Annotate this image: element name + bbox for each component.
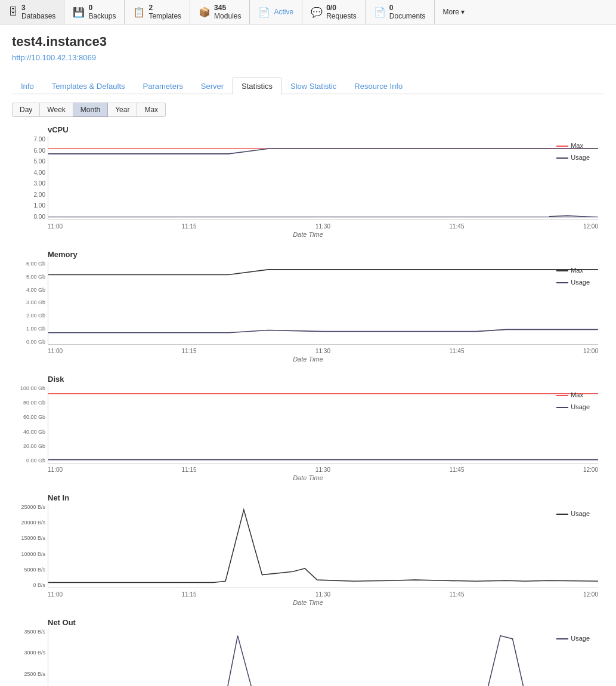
instance-link[interactable]: http://10.100.42.13:8069: [12, 53, 96, 62]
netin-svg: [48, 505, 598, 588]
netin-legend: Usage: [556, 508, 590, 520]
templates-icon: 📋: [133, 7, 145, 18]
vcpu-chart-wrapper: 7.00 6.00 5.00 4.00 3.00 2.00 1.00 0.00: [12, 137, 604, 238]
databases-label: Databases: [21, 12, 55, 20]
nav-templates[interactable]: 📋 2 Templates: [125, 0, 190, 24]
netout-chart-title: Net Out: [12, 618, 604, 627]
tab-server[interactable]: Server: [192, 78, 233, 94]
vcpu-max-color: [556, 146, 568, 147]
memory-x-axis: 11:00 11:15 11:30 11:45 12:00: [48, 348, 598, 354]
disk-max-label: Max: [571, 390, 583, 401]
netout-chart-wrapper: 3500 B/s 3000 B/s 2500 B/s 2000 B/s 1500…: [12, 629, 604, 686]
memory-x-label: Date Time: [12, 356, 604, 363]
netin-x-label: Date Time: [12, 599, 604, 606]
nav-backups[interactable]: 💾 0 Backups: [64, 0, 125, 24]
vcpu-usage-color: [556, 157, 568, 159]
documents-count: 0: [389, 4, 426, 12]
requests-label: Requests: [326, 12, 357, 20]
modules-label: Modules: [214, 12, 241, 20]
database-icon: 🗄: [8, 7, 18, 17]
disk-chart-area: Max Usage: [48, 386, 598, 463]
vcpu-svg: [48, 137, 598, 220]
netin-chart-area: Usage: [48, 505, 598, 588]
time-range-selector: Day Week Month Year Max: [12, 103, 604, 117]
disk-chart-wrapper: 100.00 Gb 80.00 Gb 60.00 Gb 40.00 Gb 20.…: [12, 386, 604, 481]
time-btn-max[interactable]: Max: [137, 103, 166, 117]
netout-chart-section: Net Out 3500 B/s 3000 B/s 2500 B/s 2000 …: [12, 618, 604, 686]
memory-chart-area: Max Usage: [48, 261, 598, 345]
tabs-bar: Info Templates & Defaults Parameters Ser…: [12, 78, 604, 94]
nav-databases[interactable]: 🗄 3 Databases: [0, 0, 64, 24]
netin-x-axis: 11:00 11:15 11:30 11:45 12:00: [48, 591, 598, 598]
memory-legend: Max Usage: [556, 265, 590, 289]
disk-max-color: [556, 395, 568, 396]
netout-usage-color: [556, 638, 568, 639]
vcpu-chart-title: vCPU: [12, 125, 604, 134]
tab-templates-defaults[interactable]: Templates & Defaults: [43, 78, 134, 94]
memory-chart-wrapper: 6.00 Gb 5.00 Gb 4.00 Gb 3.00 Gb 2.00 Gb …: [12, 261, 604, 363]
top-navigation: 🗄 3 Databases 💾 0 Backups 📋 2 Templates …: [0, 0, 616, 24]
disk-legend: Max Usage: [556, 390, 590, 413]
memory-usage-color: [556, 282, 568, 283]
time-btn-week[interactable]: Week: [40, 103, 73, 117]
templates-label: Templates: [148, 12, 181, 20]
templates-count: 2: [148, 4, 181, 12]
disk-chart-section: Disk 100.00 Gb 80.00 Gb 60.00 Gb 40.00 G…: [12, 375, 604, 481]
memory-y-axis: 6.00 Gb 5.00 Gb 4.00 Gb 3.00 Gb 2.00 Gb …: [12, 261, 48, 345]
documents-icon: 📄: [374, 7, 386, 18]
time-btn-month[interactable]: Month: [73, 103, 108, 117]
memory-max-label: Max: [571, 265, 583, 277]
memory-chart-section: Memory 6.00 Gb 5.00 Gb 4.00 Gb 3.00 Gb 2…: [12, 250, 604, 363]
netout-y-axis: 3500 B/s 3000 B/s 2500 B/s 2000 B/s 1500…: [12, 629, 48, 686]
netin-y-axis: 25000 B/s 20000 B/s 15000 B/s 10000 B/s …: [12, 505, 48, 588]
disk-usage-label: Usage: [571, 401, 590, 413]
time-btn-year[interactable]: Year: [108, 103, 137, 117]
tab-info[interactable]: Info: [12, 78, 43, 94]
netout-legend: Usage: [556, 633, 590, 645]
netin-usage-color: [556, 514, 568, 515]
netin-chart-title: Net In: [12, 493, 604, 502]
tab-parameters[interactable]: Parameters: [134, 78, 192, 94]
vcpu-legend: Max Usage: [556, 140, 590, 164]
disk-y-axis: 100.00 Gb 80.00 Gb 60.00 Gb 40.00 Gb 20.…: [12, 386, 48, 463]
vcpu-x-axis: 11:00 11:15 11:30 11:45 12:00: [48, 223, 598, 230]
memory-chart-title: Memory: [12, 250, 604, 259]
page-content: test4.instance3 http://10.100.42.13:8069…: [0, 24, 616, 686]
memory-max-color: [556, 270, 568, 271]
requests-icon: 💬: [311, 7, 323, 18]
disk-x-label: Date Time: [12, 474, 604, 481]
active-icon: 📄: [258, 7, 270, 18]
netin-usage-label: Usage: [571, 508, 590, 520]
vcpu-max-label: Max: [571, 140, 583, 152]
time-btn-day[interactable]: Day: [12, 103, 40, 117]
netout-svg: [48, 629, 598, 686]
nav-active[interactable]: 📄 Active: [250, 0, 302, 24]
netout-usage-label: Usage: [571, 633, 590, 645]
netin-chart-wrapper: 25000 B/s 20000 B/s 15000 B/s 10000 B/s …: [12, 505, 604, 606]
vcpu-chart-section: vCPU 7.00 6.00 5.00 4.00 3.00 2.00 1.00 …: [12, 125, 604, 238]
page-title: test4.instance3: [12, 34, 604, 50]
memory-svg: [48, 261, 598, 344]
tab-slow-statistic[interactable]: Slow Statistic: [281, 78, 345, 94]
backups-count: 0: [88, 4, 116, 12]
disk-usage-color: [556, 407, 568, 408]
disk-chart-title: Disk: [12, 375, 604, 384]
disk-svg: [48, 386, 598, 463]
vcpu-chart-area: Max Usage: [48, 137, 598, 220]
nav-more[interactable]: More ▾: [435, 0, 473, 24]
databases-count: 3: [21, 4, 55, 12]
active-label: Active: [274, 8, 293, 16]
requests-count: 0/0: [326, 4, 357, 12]
disk-x-axis: 11:00 11:15 11:30 11:45 12:00: [48, 466, 598, 473]
tab-resource-info[interactable]: Resource Info: [345, 78, 411, 94]
nav-requests[interactable]: 💬 0/0 Requests: [302, 0, 366, 24]
modules-count: 345: [214, 4, 241, 12]
tab-statistics[interactable]: Statistics: [233, 78, 281, 94]
nav-documents[interactable]: 📄 0 Documents: [366, 0, 435, 24]
memory-usage-label: Usage: [571, 277, 590, 289]
nav-modules[interactable]: 📦 345 Modules: [190, 0, 250, 24]
vcpu-x-label: Date Time: [12, 231, 604, 238]
more-label: More ▾: [443, 8, 465, 16]
netin-chart-section: Net In 25000 B/s 20000 B/s 15000 B/s 100…: [12, 493, 604, 606]
vcpu-y-axis: 7.00 6.00 5.00 4.00 3.00 2.00 1.00 0.00: [12, 137, 48, 220]
